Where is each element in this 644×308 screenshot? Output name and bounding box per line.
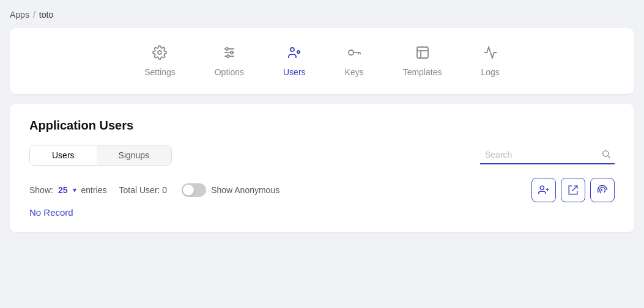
gear-icon [152,45,167,62]
tab-keys[interactable]: Keys [340,43,369,79]
key-icon [347,45,361,62]
users-gear-icon [287,45,302,62]
breadcrumb: Apps / toto [10,10,634,20]
svg-line-17 [608,156,610,158]
svg-point-16 [603,151,609,156]
tab-logs-label: Logs [481,67,499,77]
page-title: Application Users [29,119,615,133]
show-count: 25 [58,185,68,195]
tab-options[interactable]: Options [210,43,249,79]
anon-toggle[interactable] [182,183,206,197]
total-user-label: Total User: 0 [119,185,168,195]
no-record: No Record [29,207,615,218]
subtab-users[interactable]: Users [30,145,97,165]
tab-logs[interactable]: Logs [476,43,504,79]
add-user-button[interactable] [531,178,556,202]
import-button[interactable] [561,178,585,202]
svg-point-6 [227,55,229,57]
action-buttons [531,178,615,202]
tab-keys-label: Keys [345,67,364,77]
svg-point-18 [540,186,544,189]
nav-card: Settings Options [10,28,634,94]
breadcrumb-current: toto [39,10,53,20]
breadcrumb-separator: / [33,10,35,20]
subtab-signups[interactable]: Signups [97,145,172,165]
search-button[interactable] [600,148,612,163]
svg-point-5 [231,51,233,54]
fingerprint-button[interactable] [590,178,615,202]
sub-tab-group: Users Signups [29,145,172,166]
controls-row: Users Signups [29,145,615,166]
anon-label: Show Anonymous [211,185,279,195]
svg-point-8 [297,51,300,53]
tab-templates[interactable]: Templates [398,43,447,79]
tab-settings-label: Settings [144,67,176,77]
tab-templates-label: Templates [403,67,442,77]
nav-tabs: Settings Options [29,43,615,79]
svg-rect-13 [417,47,428,58]
svg-point-9 [349,50,353,55]
tab-users-label: Users [283,67,306,77]
template-icon [415,45,430,62]
breadcrumb-apps[interactable]: Apps [10,10,29,20]
main-card: Application Users Users Signups Show: 25… [10,104,634,232]
entries-label: entries [81,185,107,195]
tab-settings[interactable]: Settings [139,43,180,79]
search-input[interactable] [480,146,615,164]
options-row: Show: 25 ▾ entries Total User: 0 Show An… [29,178,615,202]
logs-icon [483,45,498,62]
svg-point-4 [226,48,228,50]
search-container [480,146,615,164]
show-label: Show: [29,185,53,195]
svg-point-7 [291,48,294,51]
show-count-dropdown[interactable]: ▾ [73,186,76,194]
tab-users[interactable]: Users [278,43,311,79]
sliders-icon [222,45,237,62]
svg-point-0 [158,51,161,54]
tab-options-label: Options [215,67,244,77]
